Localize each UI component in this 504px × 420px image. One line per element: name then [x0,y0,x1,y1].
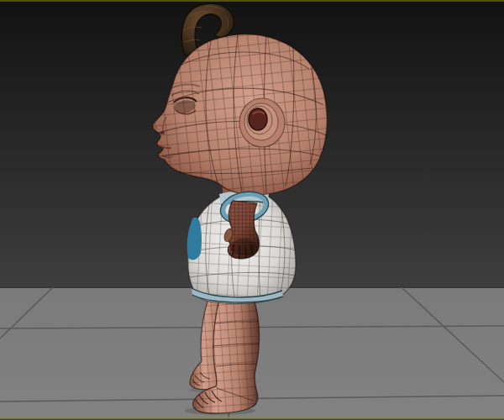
nostril [160,131,164,134]
viewport-window [0,0,504,420]
viewport-canvas[interactable] [0,0,504,420]
ear [239,98,285,147]
viewport-border-bottom [0,417,504,419]
knuckle-shading [230,239,257,255]
viewport-border-top [0,0,504,2]
